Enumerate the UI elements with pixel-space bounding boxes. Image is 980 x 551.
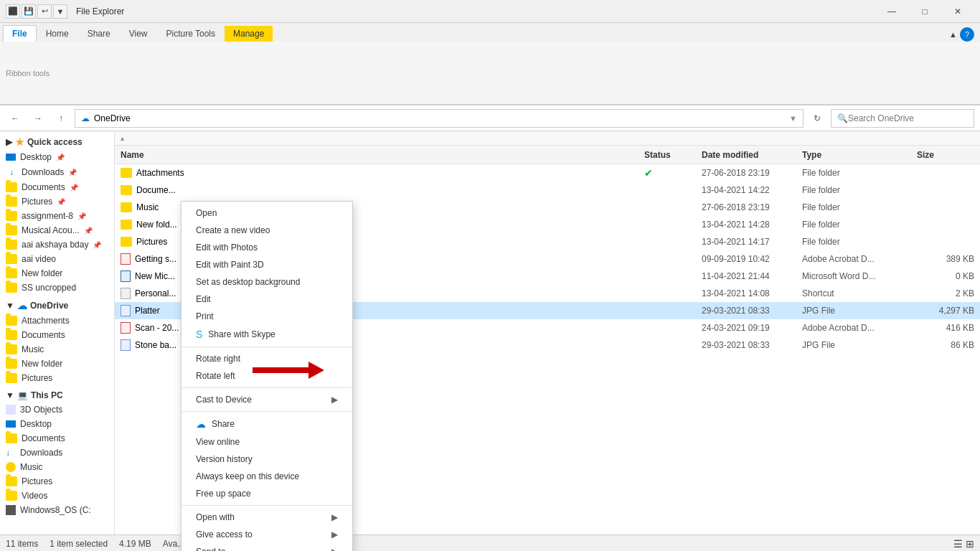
sidebar-item-windows-c[interactable]: Windows8_OS (C: <box>0 503 114 517</box>
maximize-button[interactable]: □ <box>908 0 941 23</box>
sidebar-item-documents[interactable]: Documents📌 <box>0 180 114 194</box>
menu-item-set-desktop[interactable]: Set as desktop background <box>182 273 352 291</box>
menu-item-create-video[interactable]: Create a new video <box>182 222 352 239</box>
tab-file[interactable]: File <box>3 25 37 42</box>
menu-edit-photos-label: Edit with Photos <box>196 242 258 253</box>
address-path[interactable]: ☁ OneDrive ▼ <box>75 109 804 128</box>
menu-view-online-label: View online <box>196 437 240 447</box>
sidebar-item-aai-video[interactable]: aai video <box>0 252 114 266</box>
file-type-documents: File folder <box>802 185 917 195</box>
sidebar-section-onedrive[interactable]: ▼ ☁ OneDrive <box>0 298 114 314</box>
assignment-icon <box>6 211 17 221</box>
folder-icon <box>121 220 132 230</box>
sidebar-item-ss-uncropped[interactable]: SS uncropped <box>0 281 114 295</box>
folder-icon <box>121 237 132 247</box>
menu-item-edit[interactable]: Edit <box>182 291 352 308</box>
sidebar-item-new-folder[interactable]: New folder <box>0 266 114 281</box>
menu-item-open[interactable]: Open <box>182 204 352 222</box>
menu-item-edit-paint3d[interactable]: Edit with Paint 3D <box>182 256 352 273</box>
header-type[interactable]: Type <box>802 150 917 160</box>
sidebar-item-music-od[interactable]: Music <box>0 342 114 357</box>
sidebar-item-assignment[interactable]: assignment-8📌 <box>0 209 114 223</box>
menu-item-send-to[interactable]: Send to ▶ <box>182 543 352 551</box>
sidebar-item-documents-pc[interactable]: Documents <box>0 431 114 446</box>
header-name[interactable]: Name <box>121 150 644 160</box>
sidebar-item-desktop[interactable]: Desktop📌 <box>0 150 114 164</box>
refresh-button[interactable]: ↻ <box>808 109 826 128</box>
menu-separator <box>182 411 352 412</box>
menu-item-rotate-right[interactable]: Rotate right <box>182 350 352 367</box>
minimize-button[interactable]: — <box>875 0 908 23</box>
sidebar-section-thispc[interactable]: ▼ 💻 This PC <box>0 388 114 402</box>
menu-item-give-access[interactable]: Give access to ▶ <box>182 526 352 543</box>
file-row[interactable]: Docume... 13-04-2021 14:22 File folder <box>115 182 980 199</box>
file-date-platter: 29-03-2021 08:33 <box>702 306 802 316</box>
thispc-icon: 💻 <box>17 390 28 400</box>
header-date[interactable]: Date modified <box>702 150 802 160</box>
tab-manage[interactable]: Manage <box>225 26 273 42</box>
back-button[interactable]: ← <box>6 109 24 128</box>
menu-give-access-label: Give access to <box>196 529 253 540</box>
documents-icon <box>6 182 17 192</box>
sidebar-item-pictures-pc[interactable]: Pictures <box>0 474 114 489</box>
menu-share-label: Share <box>212 419 235 429</box>
selected-info: 1 item selected <box>50 539 108 549</box>
menu-item-share-skype[interactable]: S Share with Skype <box>182 325 352 344</box>
undo-icon[interactable]: ↩ <box>37 4 52 19</box>
save-icon[interactable]: 💾 <box>22 4 36 19</box>
quick-access-icon[interactable]: ⬛ <box>6 4 20 19</box>
new-folder-icon <box>6 268 17 278</box>
sidebar-item-videos-pc[interactable]: Videos <box>0 489 114 503</box>
menu-item-share[interactable]: ☁ Share <box>182 415 352 433</box>
menu-item-cast-device[interactable]: Cast to Device ▶ <box>182 391 352 408</box>
menu-item-edit-photos[interactable]: Edit with Photos <box>182 239 352 256</box>
menu-item-always-keep[interactable]: Always keep on this device <box>182 468 352 485</box>
file-type-personal: Shortcut <box>802 288 917 298</box>
menu-item-open-with[interactable]: Open with ▶ <box>182 509 352 526</box>
sidebar-item-pictures[interactable]: Pictures📌 <box>0 194 114 209</box>
sidebar-item-desktop-pc[interactable]: Desktop <box>0 417 114 431</box>
menu-item-view-online[interactable]: View online <box>182 433 352 451</box>
sidebar-item-pictures-od[interactable]: Pictures <box>0 371 114 385</box>
tab-share[interactable]: Share <box>78 25 120 42</box>
header-size[interactable]: Size <box>917 150 974 160</box>
header-status[interactable]: Status <box>644 150 702 160</box>
search-input[interactable] <box>848 113 968 123</box>
pictures-icon <box>6 197 17 207</box>
sidebar-item-documents-od[interactable]: Documents <box>0 328 114 342</box>
ribbon-placeholder: Ribbon tools <box>6 69 50 77</box>
sidebar-item-aai-akshaya[interactable]: aai akshaya bday📌 <box>0 237 114 252</box>
sidebar-section-quick-access[interactable]: ▶ ★ Quick access <box>0 134 114 150</box>
jpg-icon <box>121 305 131 316</box>
list-view-button[interactable]: ☰ <box>953 538 963 550</box>
sidebar-item-downloads-pc[interactable]: ↓ Downloads <box>0 446 114 460</box>
menu-item-free-up-space[interactable]: Free up space <box>182 485 352 502</box>
main-area: ▶ ★ Quick access Desktop📌 ↓ Downloads📌 D… <box>0 131 980 534</box>
sidebar-item-attachments[interactable]: Attachments <box>0 314 114 328</box>
file-type-new-fold: File folder <box>802 220 917 230</box>
sidebar-item-musical[interactable]: Musical Acou...📌 <box>0 223 114 237</box>
tab-home[interactable]: Home <box>37 25 78 42</box>
detail-view-button[interactable]: ⊞ <box>966 538 974 550</box>
tab-view[interactable]: View <box>120 25 157 42</box>
menu-item-rotate-left[interactable]: Rotate left <box>182 367 352 385</box>
menu-item-print[interactable]: Print <box>182 308 352 325</box>
sidebar-item-new-folder-od[interactable]: New folder <box>0 357 114 371</box>
status-bar: 11 items 1 item selected 4.19 MB Ava... … <box>0 534 980 551</box>
address-dropdown-icon[interactable]: ▼ <box>789 114 797 123</box>
tab-picture-tools[interactable]: Picture Tools <box>157 25 225 42</box>
menu-share-skype-label: Share with Skype <box>208 329 275 339</box>
search-box[interactable]: 🔍 <box>831 109 974 128</box>
ribbon-collapse-button[interactable]: ▲ <box>949 30 957 39</box>
onedrive-label: OneDrive <box>30 301 68 311</box>
dropdown-icon[interactable]: ▼ <box>53 4 67 19</box>
up-button[interactable]: ↑ <box>52 109 70 128</box>
close-button[interactable]: ✕ <box>941 0 974 23</box>
help-button[interactable]: ? <box>960 27 974 42</box>
sidebar-item-3d-objects[interactable]: 3D Objects <box>0 402 114 417</box>
menu-item-version-history[interactable]: Version history <box>182 451 352 468</box>
file-row[interactable]: Attachments ✔ 27-06-2018 23:19 File fold… <box>115 164 980 182</box>
sidebar-item-downloads[interactable]: ↓ Downloads📌 <box>0 164 114 180</box>
forward-button[interactable]: → <box>29 109 47 128</box>
sidebar-item-music-pc[interactable]: Music <box>0 460 114 474</box>
